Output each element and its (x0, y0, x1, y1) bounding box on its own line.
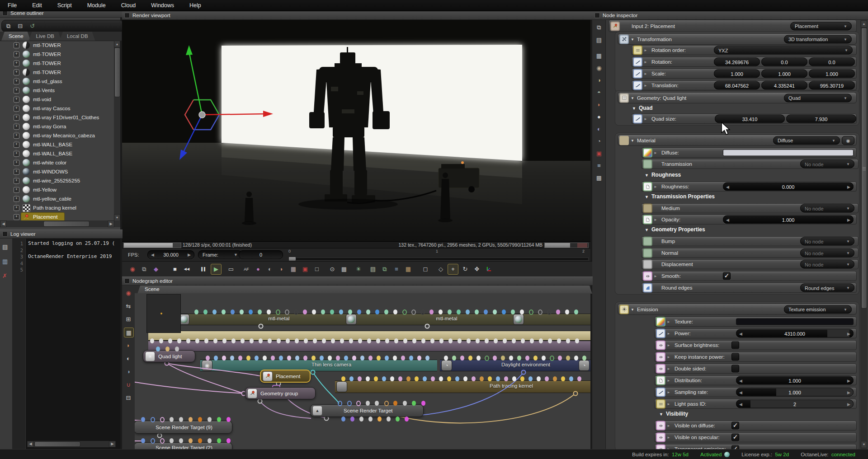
node-pin[interactable] (231, 309, 235, 314)
node-pin[interactable] (502, 309, 506, 314)
node-pin[interactable] (455, 376, 459, 381)
expand-icon[interactable]: + (14, 97, 19, 103)
node-pin[interactable] (417, 356, 421, 361)
node-pin[interactable] (539, 338, 543, 343)
nodegraph-minimap[interactable] (146, 294, 181, 333)
display-mode-icon[interactable]: ▭ (226, 264, 236, 274)
scroll-down-button[interactable]: ▼ (861, 441, 867, 448)
texture-color-swatch[interactable] (736, 318, 854, 325)
expander-icon[interactable]: ► (644, 84, 647, 88)
expander-icon[interactable]: ► (667, 436, 670, 440)
double-sided-checkbox[interactable] (731, 365, 739, 373)
node-pin[interactable] (267, 309, 271, 314)
render-target-icon[interactable]: ◉ (124, 288, 133, 297)
expand-all-icon[interactable]: ⊟ (18, 23, 23, 29)
node-pin[interactable] (431, 376, 435, 381)
scroll-thumb[interactable] (861, 28, 867, 309)
expand-icon[interactable]: + (14, 52, 19, 57)
node-pin[interactable] (393, 401, 397, 406)
node-pin[interactable] (509, 356, 513, 361)
tree-item-mtl-vray-mecanico-cabeza[interactable]: +mtl-vray Mecanico_cabeza (0, 131, 114, 140)
node-pin[interactable] (360, 356, 364, 361)
preview-eye-button[interactable]: ◉ (842, 136, 854, 145)
inspector-row-roughness[interactable]: ►Roughness:◀0.000▶ (641, 182, 857, 192)
node-pin[interactable] (150, 338, 154, 343)
node-pin[interactable] (463, 376, 467, 381)
power-slider[interactable]: ◀4310.000▶ (736, 329, 854, 338)
smooth-checkbox[interactable]: ✓ (723, 272, 731, 280)
menu-module[interactable]: Module (80, 0, 113, 11)
node-pin[interactable] (411, 309, 416, 315)
node-pin[interactable] (258, 309, 262, 314)
node-pin[interactable] (160, 438, 165, 444)
node-pin[interactable] (512, 376, 516, 381)
pause-icon[interactable]: ▌▌ (199, 264, 209, 274)
outliner-horizontal-scrollbar[interactable]: ◀ ▶ (0, 220, 120, 227)
scroll-right-button[interactable]: ▶ (109, 441, 116, 447)
scroll-thumb[interactable] (43, 221, 90, 227)
node-pin[interactable] (485, 338, 489, 343)
node-pin[interactable] (240, 309, 244, 314)
node-pin[interactable] (406, 376, 410, 381)
node-pin[interactable] (377, 356, 381, 361)
node-pin[interactable] (238, 356, 242, 361)
node-pin[interactable] (475, 309, 479, 314)
slider-increase-icon[interactable]: ▶ (847, 402, 850, 406)
geometry-quad-light-type-dropdown[interactable]: Quad▼ (784, 94, 852, 102)
node-pin[interactable] (553, 376, 557, 381)
node-pin[interactable] (151, 438, 155, 444)
node-pin[interactable] (330, 309, 334, 314)
tree-item-mtl-white-color[interactable]: +mtl-white color (0, 158, 114, 167)
node-pin[interactable] (401, 356, 405, 361)
expander-icon[interactable]: ► (667, 367, 670, 371)
tree-item-mtl-vray-gorra[interactable]: +mtl-vray Gorra (0, 122, 114, 131)
node-pin[interactable] (525, 356, 529, 361)
lock-icon[interactable]: ◻ (420, 264, 430, 274)
node-pin[interactable] (304, 338, 308, 343)
frame-dropdown[interactable]: Frame: ▼ (198, 250, 242, 259)
node-pin[interactable] (403, 401, 407, 406)
node-pin[interactable] (231, 338, 236, 343)
tree-item-placement[interactable]: +Placement (0, 212, 114, 220)
node-pin[interactable] (357, 309, 361, 314)
tree-item-mtl-wall-base[interactable]: +mtl-WALL_BASE (0, 140, 114, 149)
translation-field-0[interactable]: 68.047562 (714, 81, 760, 90)
node-pin[interactable] (303, 356, 307, 361)
inspector-row-emission[interactable]: ▼EmissionTexture emission▼ (618, 304, 857, 315)
node-pin[interactable] (569, 376, 573, 381)
scroll-right-button[interactable]: ▶ (108, 220, 114, 227)
node-pin[interactable] (349, 376, 354, 381)
node-pin[interactable] (339, 309, 343, 314)
node-pin[interactable] (398, 376, 402, 381)
inspector-row-geometry-quad-light[interactable]: ▼Geometry: Quad lightQuad▼ (618, 92, 857, 103)
node-pin[interactable] (217, 417, 221, 422)
node-pin[interactable] (350, 417, 354, 422)
node-pin[interactable] (533, 356, 538, 361)
expander-icon[interactable]: ► (667, 402, 670, 406)
inspector-row-diffuse[interactable]: ►Diffuse: (641, 148, 857, 158)
node-pin[interactable] (384, 309, 388, 314)
node-pin[interactable] (349, 338, 353, 343)
inspector-row-visible-on-diffuse[interactable]: ►Visible on diffuse:✓ (654, 421, 857, 431)
node-pin[interactable] (493, 309, 497, 314)
node-pin[interactable] (420, 309, 425, 315)
node-pin[interactable] (328, 356, 332, 361)
inspector-row-sampling-rate[interactable]: ►Sampling rate:◀1.000▶ (654, 387, 857, 397)
snap-magnet-icon[interactable]: ∪ (124, 380, 133, 389)
scroll-left-button[interactable]: ◀ (27, 441, 34, 447)
node-pin[interactable] (151, 417, 155, 422)
node-pin[interactable] (421, 401, 425, 406)
grid-snap-icon[interactable]: ⊟ (124, 393, 133, 402)
axis-gizmo-icon[interactable] (484, 264, 494, 274)
expander-icon[interactable]: ► (667, 343, 670, 347)
node-pin[interactable] (382, 376, 386, 381)
node-pin[interactable] (160, 417, 165, 422)
node-pin[interactable] (341, 417, 345, 422)
node-scene-render-target-9[interactable]: Scene Render Target (9) (135, 421, 232, 434)
node-pin[interactable] (374, 376, 378, 381)
node-pin[interactable] (494, 338, 498, 343)
inspector-row-material[interactable]: ▼MaterialDiffuse▼◉ (618, 135, 857, 146)
node-daylight-environment[interactable]: Daylight environment (440, 360, 590, 371)
node-pin[interactable] (403, 338, 407, 343)
expander-icon[interactable]: ► (667, 332, 670, 336)
